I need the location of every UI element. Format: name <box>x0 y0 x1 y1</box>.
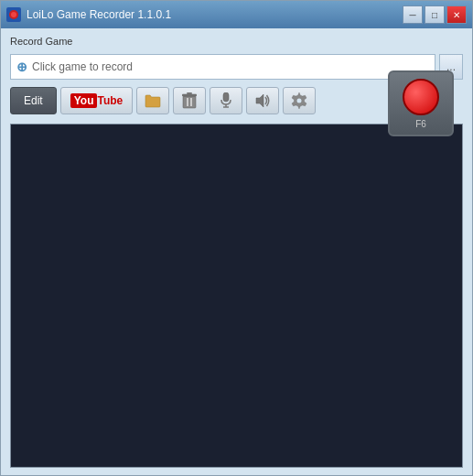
delete-button[interactable] <box>173 87 206 114</box>
record-game-label: Record Game <box>10 36 463 47</box>
record-button[interactable]: F6 <box>388 70 454 136</box>
folder-icon <box>145 93 161 108</box>
svg-rect-5 <box>190 98 192 106</box>
volume-button[interactable] <box>246 87 279 114</box>
svg-rect-8 <box>223 92 229 102</box>
main-content: Record Game ⊕ Click game to record ... E… <box>1 28 472 475</box>
mic-button[interactable] <box>210 87 242 114</box>
gear-icon <box>291 92 307 109</box>
main-window: LoiLo Game Recorder 1.1.0.1 ─ □ ✕ Record… <box>0 0 473 476</box>
top-section: Record Game ⊕ Click game to record ... E… <box>10 36 463 114</box>
record-shortcut: F6 <box>415 119 426 129</box>
svg-marker-11 <box>256 94 263 107</box>
record-indicator <box>403 79 439 115</box>
settings-button[interactable] <box>283 87 316 114</box>
youtube-button[interactable]: YouTube <box>60 87 134 114</box>
preview-area <box>10 124 463 468</box>
svg-rect-6 <box>182 94 197 96</box>
app-icon <box>6 7 21 22</box>
svg-point-13 <box>297 99 302 103</box>
maximize-button[interactable]: □ <box>425 5 445 24</box>
add-icon: ⊕ <box>16 60 27 74</box>
svg-rect-4 <box>187 98 188 106</box>
microphone-icon <box>220 92 232 109</box>
svg-rect-3 <box>183 96 196 108</box>
game-input-wrapper[interactable]: ⊕ Click game to record <box>10 54 435 80</box>
close-button[interactable]: ✕ <box>446 5 467 24</box>
window-title: LoiLo Game Recorder 1.1.0.1 <box>27 8 171 21</box>
title-bar: LoiLo Game Recorder 1.1.0.1 ─ □ ✕ <box>1 1 472 28</box>
trash-icon <box>182 92 197 109</box>
svg-rect-7 <box>187 92 192 94</box>
minimize-button[interactable]: ─ <box>403 5 423 24</box>
speaker-icon <box>254 93 271 108</box>
game-input-text: Click game to record <box>32 60 429 73</box>
svg-point-2 <box>11 12 16 17</box>
title-bar-left: LoiLo Game Recorder 1.1.0.1 <box>6 7 171 22</box>
edit-button[interactable]: Edit <box>10 87 57 114</box>
window-controls: ─ □ ✕ <box>403 5 467 24</box>
folder-button[interactable] <box>136 87 169 114</box>
